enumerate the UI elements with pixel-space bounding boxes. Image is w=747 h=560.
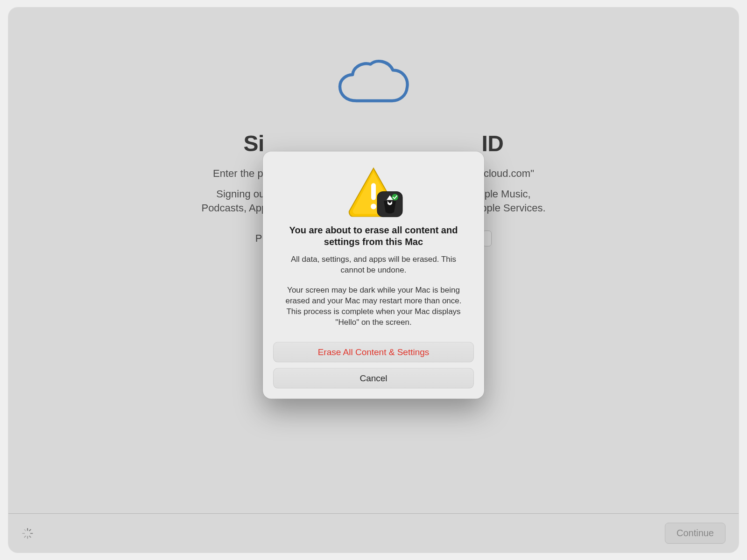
erase-assistant-app-icon — [376, 191, 403, 218]
dialog-body-1: All data, settings, and apps will be era… — [289, 254, 458, 276]
dialog-title: You are about to erase all content and s… — [280, 224, 467, 248]
svg-point-9 — [371, 204, 376, 210]
svg-rect-8 — [371, 183, 376, 200]
svg-point-12 — [389, 202, 391, 203]
warning-icon — [345, 166, 402, 217]
dialog-body-2: Your screen may be dark while your Mac i… — [280, 285, 467, 328]
erase-assistant-window: Si ID Enter the p cloud.com" Signing out… — [8, 7, 739, 553]
confirm-erase-dialog: You are about to erase all content and s… — [263, 152, 484, 399]
erase-all-button[interactable]: Erase All Content & Settings — [273, 342, 474, 362]
cancel-button[interactable]: Cancel — [273, 368, 474, 388]
dialog-actions: Erase All Content & Settings Cancel — [273, 342, 474, 388]
